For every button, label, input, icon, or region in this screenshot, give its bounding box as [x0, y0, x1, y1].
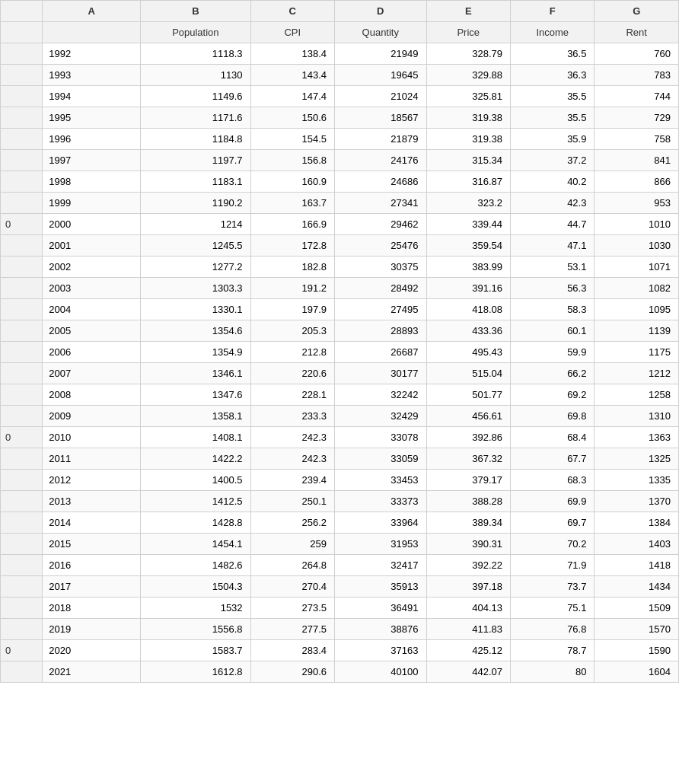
cell-e[interactable]: 390.31 — [426, 534, 510, 555]
cell-a[interactable]: 2010 — [43, 427, 141, 448]
cell-g[interactable]: 841 — [595, 150, 679, 171]
cell-e[interactable]: 392.22 — [426, 555, 510, 576]
cell-c[interactable]: 270.4 — [250, 576, 334, 598]
cell-d[interactable]: 36491 — [335, 598, 426, 619]
cell-g[interactable]: 758 — [595, 129, 679, 150]
cell-f[interactable]: 35.5 — [510, 107, 594, 129]
cell-a[interactable]: 2008 — [43, 384, 141, 406]
cell-c[interactable]: 283.4 — [250, 640, 334, 661]
cell-a[interactable]: 1996 — [43, 129, 141, 150]
cell-d[interactable]: 21949 — [335, 43, 426, 65]
cell-f[interactable]: 66.2 — [510, 363, 594, 384]
cell-g[interactable]: 744 — [595, 86, 679, 107]
cell-f[interactable]: 69.8 — [510, 406, 594, 427]
cell-b[interactable]: 1612.8 — [141, 661, 250, 683]
cell-c[interactable]: 191.2 — [250, 278, 334, 299]
cell-b[interactable]: 1303.3 — [141, 278, 250, 299]
cell-e[interactable]: 359.54 — [426, 235, 510, 257]
cell-g[interactable]: 1370 — [595, 491, 679, 512]
cell-e[interactable]: 442.07 — [426, 661, 510, 683]
cell-f[interactable]: 69.9 — [510, 491, 594, 512]
cell-c[interactable]: 250.1 — [250, 491, 334, 512]
cell-f[interactable]: 76.8 — [510, 619, 594, 640]
cell-e[interactable]: 389.34 — [426, 512, 510, 534]
cell-e[interactable]: 495.43 — [426, 342, 510, 363]
cell-e[interactable]: 391.16 — [426, 278, 510, 299]
cell-e[interactable]: 425.12 — [426, 640, 510, 661]
cell-g[interactable]: 1403 — [595, 534, 679, 555]
cell-a[interactable]: 2012 — [43, 470, 141, 491]
cell-d[interactable]: 18567 — [335, 107, 426, 129]
cell-g[interactable]: 1418 — [595, 555, 679, 576]
cell-f[interactable]: 59.9 — [510, 342, 594, 363]
cell-b[interactable]: 1190.2 — [141, 193, 250, 214]
cell-b[interactable]: 1412.5 — [141, 491, 250, 512]
cell-e[interactable]: 323.2 — [426, 193, 510, 214]
cell-f[interactable]: 75.1 — [510, 598, 594, 619]
cell-c[interactable]: 205.3 — [250, 320, 334, 342]
cell-f[interactable]: 69.2 — [510, 384, 594, 406]
cell-c[interactable]: 273.5 — [250, 598, 334, 619]
cell-a[interactable]: 2001 — [43, 235, 141, 257]
cell-c[interactable]: 242.3 — [250, 427, 334, 448]
cell-a[interactable]: 1997 — [43, 150, 141, 171]
cell-b[interactable]: 1583.7 — [141, 640, 250, 661]
cell-d[interactable]: 27341 — [335, 193, 426, 214]
cell-f[interactable]: 36.5 — [510, 43, 594, 65]
cell-c[interactable]: 154.5 — [250, 129, 334, 150]
cell-e[interactable]: 339.44 — [426, 214, 510, 235]
cell-b[interactable]: 1354.9 — [141, 342, 250, 363]
cell-d[interactable]: 32417 — [335, 555, 426, 576]
cell-d[interactable]: 21024 — [335, 86, 426, 107]
cell-g[interactable]: 866 — [595, 171, 679, 193]
cell-a[interactable]: 1994 — [43, 86, 141, 107]
cell-f[interactable]: 35.9 — [510, 129, 594, 150]
cell-a[interactable]: 2000 — [43, 214, 141, 235]
cell-f[interactable]: 58.3 — [510, 299, 594, 320]
cell-b[interactable]: 1428.8 — [141, 512, 250, 534]
cell-d[interactable]: 27495 — [335, 299, 426, 320]
cell-f[interactable]: 36.3 — [510, 65, 594, 86]
cell-d[interactable]: 24686 — [335, 171, 426, 193]
cell-b[interactable]: 1532 — [141, 598, 250, 619]
cell-b[interactable]: 1556.8 — [141, 619, 250, 640]
cell-c[interactable]: 150.6 — [250, 107, 334, 129]
cell-c[interactable]: 290.6 — [250, 661, 334, 683]
cell-b[interactable]: 1454.1 — [141, 534, 250, 555]
cell-g[interactable]: 1363 — [595, 427, 679, 448]
cell-c[interactable]: 160.9 — [250, 171, 334, 193]
cell-e[interactable]: 501.77 — [426, 384, 510, 406]
cell-g[interactable]: 1335 — [595, 470, 679, 491]
cell-f[interactable]: 40.2 — [510, 171, 594, 193]
cell-b[interactable]: 1184.8 — [141, 129, 250, 150]
cell-c[interactable]: 156.8 — [250, 150, 334, 171]
cell-c[interactable]: 242.3 — [250, 448, 334, 470]
cell-d[interactable]: 24176 — [335, 150, 426, 171]
cell-f[interactable]: 80 — [510, 661, 594, 683]
cell-d[interactable]: 30177 — [335, 363, 426, 384]
cell-e[interactable]: 456.61 — [426, 406, 510, 427]
cell-d[interactable]: 30375 — [335, 257, 426, 278]
cell-f[interactable]: 47.1 — [510, 235, 594, 257]
cell-d[interactable]: 26687 — [335, 342, 426, 363]
cell-b[interactable]: 1482.6 — [141, 555, 250, 576]
cell-f[interactable]: 78.7 — [510, 640, 594, 661]
cell-f[interactable]: 73.7 — [510, 576, 594, 598]
cell-f[interactable]: 67.7 — [510, 448, 594, 470]
cell-g[interactable]: 1325 — [595, 448, 679, 470]
cell-f[interactable]: 35.5 — [510, 86, 594, 107]
cell-g[interactable]: 1010 — [595, 214, 679, 235]
cell-d[interactable]: 21879 — [335, 129, 426, 150]
cell-f[interactable]: 71.9 — [510, 555, 594, 576]
cell-e[interactable]: 397.18 — [426, 576, 510, 598]
cell-b[interactable]: 1346.1 — [141, 363, 250, 384]
cell-a[interactable]: 1992 — [43, 43, 141, 65]
cell-g[interactable]: 1212 — [595, 363, 679, 384]
cell-a[interactable]: 2007 — [43, 363, 141, 384]
cell-a[interactable]: 2004 — [43, 299, 141, 320]
cell-d[interactable]: 32242 — [335, 384, 426, 406]
cell-g[interactable]: 783 — [595, 65, 679, 86]
cell-g[interactable]: 1590 — [595, 640, 679, 661]
cell-b[interactable]: 1330.1 — [141, 299, 250, 320]
cell-c[interactable]: 259 — [250, 534, 334, 555]
